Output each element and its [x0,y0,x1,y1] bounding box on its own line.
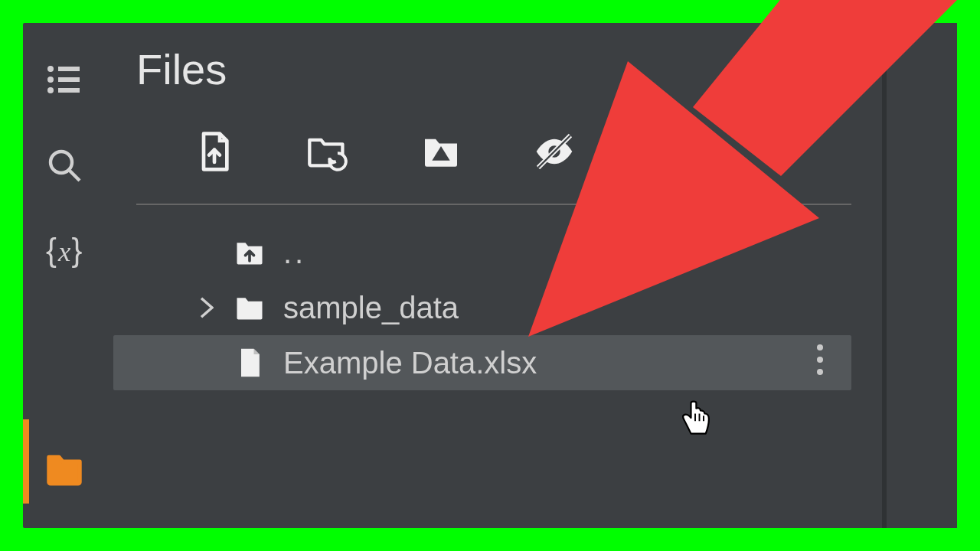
panel-title: Files [136,44,816,94]
svg-rect-3 [58,77,80,82]
folder-name-label: sample_data [283,291,459,325]
more-options-icon[interactable] [816,343,824,383]
files-tab-icon[interactable] [44,448,85,493]
svg-point-0 [47,66,54,72]
file-name-label: Example Data.xlsx [283,346,537,380]
right-gutter [887,23,957,528]
left-icon-rail: { x } [23,23,106,528]
svg-rect-5 [58,88,80,93]
svg-point-16 [817,369,823,375]
mount-drive-icon[interactable] [420,130,462,176]
svg-text:{: { [46,233,57,268]
svg-text:x: x [57,236,71,267]
search-icon[interactable] [46,147,83,187]
file-actions-toolbar [136,115,851,205]
toggle-hidden-files-icon[interactable] [533,130,576,176]
folder-row-sample-data[interactable]: sample_data [106,280,882,335]
table-of-contents-icon[interactable] [46,61,83,101]
files-main-area: Files [106,23,887,528]
svg-text:}: } [72,233,83,268]
active-tab-indicator [23,419,29,504]
svg-point-14 [817,344,823,350]
variables-icon[interactable]: { x } [46,233,83,272]
folder-up-icon [233,236,266,269]
upload-file-icon[interactable] [193,130,236,176]
file-icon [233,346,266,380]
svg-line-7 [70,171,80,181]
files-panel: { x } Files [23,23,957,528]
folder-icon [233,291,266,324]
expand-chevron-icon[interactable] [198,297,216,318]
svg-point-4 [47,87,54,93]
svg-point-2 [47,77,54,83]
file-row-example-data[interactable]: Example Data.xlsx [113,335,851,390]
file-tree: .. sample_data Example Data.xlsx [106,205,882,390]
parent-directory-row[interactable]: .. [106,225,882,280]
parent-directory-label: .. [283,236,306,270]
svg-rect-1 [58,67,80,71]
files-header: Files [106,23,882,115]
new-folder-icon[interactable] [816,46,859,92]
svg-point-6 [51,152,72,173]
refresh-folder-icon[interactable] [306,130,349,176]
svg-point-15 [817,357,823,363]
